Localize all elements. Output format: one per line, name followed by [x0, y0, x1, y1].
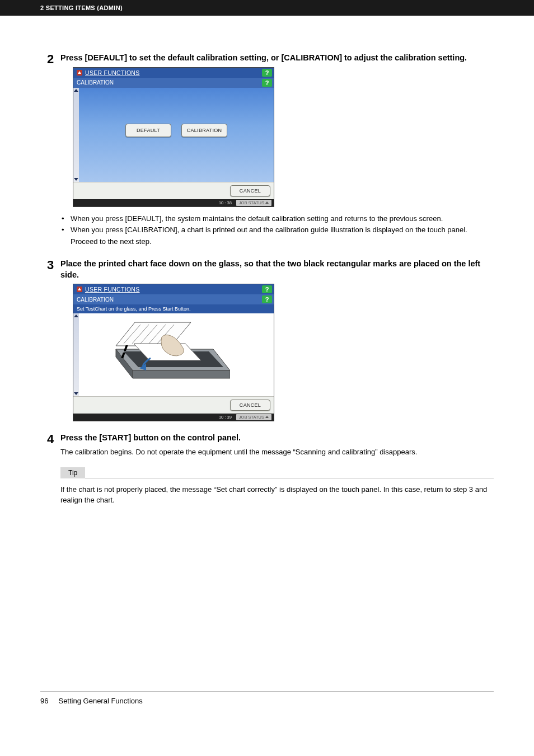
- tip-label: Tip: [60, 467, 85, 478]
- cancel-button[interactable]: CANCEL: [230, 400, 270, 411]
- scroll-up-icon[interactable]: [74, 89, 78, 92]
- divider: [60, 478, 494, 478]
- scrollbar[interactable]: [73, 313, 79, 396]
- step-desc: The calibration begins. Do not operate t…: [60, 447, 494, 457]
- scroll-down-icon[interactable]: [74, 392, 78, 395]
- bullet-text: When you press [CALIBRATION], a chart is…: [71, 225, 494, 236]
- bullet-icon: •: [60, 214, 71, 224]
- subheader-title: CALIBRATION: [77, 297, 114, 303]
- svg-marker-0: [116, 322, 191, 346]
- step-body: Place the printed chart face down on the…: [60, 259, 494, 428]
- tip-block: Tip If the chart is not properly placed,…: [60, 467, 494, 506]
- content: 2 Press [DEFAULT] to set the default cal…: [0, 16, 534, 506]
- instruction-bar: Set TestChart on the glass, and Press St…: [73, 304, 274, 313]
- footer-time: 10 : 39: [219, 415, 232, 420]
- screenshot-subheader: CALIBRATION ?: [73, 78, 274, 88]
- cancel-button[interactable]: CANCEL: [230, 185, 270, 196]
- bullet-extra: Proceed to the next step.: [71, 237, 494, 247]
- help-icon[interactable]: ?: [262, 79, 272, 87]
- screenshot-header: USER FUNCTIONS ?: [73, 68, 274, 78]
- step-4: 4 Press the [START] button on the contro…: [40, 433, 494, 506]
- caret-up-icon: [265, 201, 269, 204]
- bullet-text: When you press [DEFAULT], the system mai…: [71, 214, 494, 224]
- page-number: 96: [40, 697, 48, 705]
- step-2: 2 Press [DEFAULT] to set the default cal…: [40, 53, 494, 254]
- alert-icon: [77, 287, 82, 292]
- screenshot-body: DEFAULT CALIBRATION: [79, 88, 274, 182]
- step2-notes: • When you press [DEFAULT], the system m…: [60, 214, 494, 248]
- subheader-title: CALIBRATION: [77, 79, 114, 86]
- caret-up-icon: [265, 416, 269, 418]
- step-title: Press [DEFAULT] to set the default calib…: [60, 53, 494, 64]
- list-item: • When you press [CALIBRATION], a chart …: [60, 225, 494, 236]
- header-title: USER FUNCTIONS: [85, 286, 140, 293]
- scroll-up-icon[interactable]: [74, 314, 78, 317]
- scrollbar[interactable]: [73, 88, 79, 182]
- page-footer: 96 Setting General Functions: [0, 692, 534, 719]
- step-body: Press the [START] button on the control …: [60, 433, 494, 506]
- alert-icon: [77, 70, 82, 76]
- scroll-down-icon[interactable]: [74, 178, 78, 181]
- job-status-button[interactable]: JOB STATUS: [236, 200, 271, 206]
- header-title: USER FUNCTIONS: [85, 69, 140, 76]
- footer-section: Setting General Functions: [58, 697, 142, 705]
- screenshot-body-wrap: [73, 313, 274, 396]
- screenshot-subheader: CALIBRATION ?: [73, 294, 274, 304]
- calibration-button[interactable]: CALIBRATION: [181, 124, 227, 137]
- help-icon[interactable]: ?: [262, 285, 272, 293]
- step-title: Place the printed chart face down on the…: [60, 259, 494, 280]
- screenshot-footer: 10 : 39 JOB STATUS: [73, 414, 274, 421]
- step-number: 4: [40, 433, 60, 445]
- step-title: Press the [START] button on the control …: [60, 433, 494, 444]
- step-body: Press [DEFAULT] to set the default calib…: [60, 53, 494, 254]
- default-button[interactable]: DEFAULT: [125, 124, 171, 137]
- help-icon[interactable]: ?: [262, 295, 272, 303]
- tip-text: If the chart is not properly placed, the…: [60, 484, 494, 506]
- section-label: 2 SETTING ITEMS (ADMIN): [40, 4, 123, 11]
- step-3: 3 Place the printed chart face down on t…: [40, 259, 494, 428]
- step-number: 3: [40, 259, 60, 271]
- footer-time: 10 : 38: [219, 200, 232, 205]
- screenshot-header: USER FUNCTIONS ?: [73, 284, 274, 294]
- scanner-illustration: [101, 320, 230, 388]
- bullet-icon: •: [60, 225, 71, 236]
- button-row: DEFAULT CALIBRATION: [79, 124, 274, 137]
- job-status-button[interactable]: JOB STATUS: [236, 414, 271, 420]
- help-icon[interactable]: ?: [262, 69, 272, 77]
- page-header: 2 SETTING ITEMS (ADMIN): [0, 0, 534, 16]
- step-number: 2: [40, 53, 60, 65]
- screenshot-body-wrap: DEFAULT CALIBRATION: [73, 88, 274, 182]
- screenshot-footer: 10 : 38 JOB STATUS: [73, 199, 274, 206]
- screenshot-body: [79, 313, 274, 396]
- calibration-screenshot-2: USER FUNCTIONS ? CALIBRATION ? Set TestC…: [73, 284, 274, 421]
- list-item: • When you press [DEFAULT], the system m…: [60, 214, 494, 224]
- tip-header: Tip: [60, 467, 494, 478]
- svg-marker-7: [133, 370, 230, 378]
- screenshot-bottom: CANCEL: [73, 396, 274, 414]
- screenshot-bottom: CANCEL: [73, 182, 274, 199]
- calibration-screenshot-1: USER FUNCTIONS ? CALIBRATION ? DEFAUL: [73, 67, 274, 207]
